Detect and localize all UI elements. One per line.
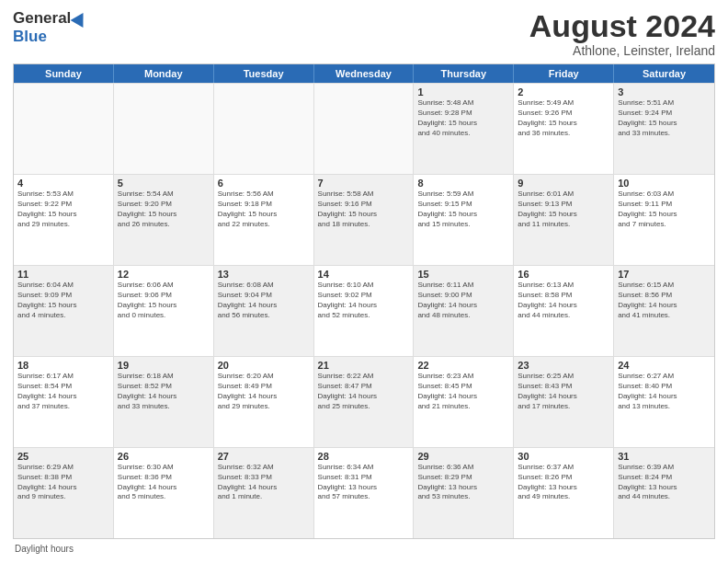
calendar-cell: 17Sunrise: 6:15 AM Sunset: 8:56 PM Dayli…	[614, 266, 714, 356]
day-number: 23	[518, 360, 609, 371]
calendar-cell	[14, 84, 114, 174]
calendar-cell: 20Sunrise: 6:20 AM Sunset: 8:49 PM Dayli…	[214, 357, 314, 447]
calendar-cell: 13Sunrise: 6:08 AM Sunset: 9:04 PM Dayli…	[214, 266, 314, 356]
main-title: August 2024	[529, 9, 715, 43]
page: General Blue August 2024 Athlone, Leinst…	[0, 0, 728, 563]
day-number: 8	[417, 178, 509, 189]
logo-general: General	[13, 9, 71, 28]
day-info: Sunrise: 5:48 AM Sunset: 9:28 PM Dayligh…	[417, 98, 509, 138]
calendar-cell: 1Sunrise: 5:48 AM Sunset: 9:28 PM Daylig…	[414, 84, 514, 174]
day-info: Sunrise: 5:53 AM Sunset: 9:22 PM Dayligh…	[17, 190, 109, 229]
day-number: 13	[218, 269, 310, 280]
subtitle: Athlone, Leinster, Ireland	[529, 43, 715, 58]
calendar-cell: 14Sunrise: 6:10 AM Sunset: 9:02 PM Dayli…	[314, 266, 415, 356]
day-info: Sunrise: 5:54 AM Sunset: 9:20 PM Dayligh…	[118, 190, 210, 229]
calendar: SundayMondayTuesdayWednesdayThursdayFrid…	[13, 63, 715, 539]
day-info: Sunrise: 6:03 AM Sunset: 9:11 PM Dayligh…	[618, 190, 711, 229]
calendar-cell: 4Sunrise: 5:53 AM Sunset: 9:22 PM Daylig…	[14, 175, 114, 265]
day-info: Sunrise: 6:30 AM Sunset: 8:36 PM Dayligh…	[118, 463, 210, 502]
calendar-header: SundayMondayTuesdayWednesdayThursdayFrid…	[14, 64, 714, 83]
calendar-cell: 19Sunrise: 6:18 AM Sunset: 8:52 PM Dayli…	[114, 357, 214, 447]
day-number: 31	[618, 451, 711, 462]
day-info: Sunrise: 6:34 AM Sunset: 8:31 PM Dayligh…	[318, 463, 410, 502]
logo: General Blue	[13, 9, 87, 46]
logo-blue: Blue	[13, 28, 47, 46]
calendar-cell	[114, 84, 214, 174]
day-info: Sunrise: 6:20 AM Sunset: 8:49 PM Dayligh…	[218, 372, 310, 411]
day-number: 19	[118, 360, 210, 371]
calendar-header-cell: Tuesday	[214, 64, 314, 83]
calendar-cell: 26Sunrise: 6:30 AM Sunset: 8:36 PM Dayli…	[114, 448, 214, 538]
day-number: 15	[417, 269, 509, 280]
calendar-cell: 24Sunrise: 6:27 AM Sunset: 8:40 PM Dayli…	[614, 357, 714, 447]
day-info: Sunrise: 6:06 AM Sunset: 9:06 PM Dayligh…	[118, 281, 210, 320]
calendar-body: 1Sunrise: 5:48 AM Sunset: 9:28 PM Daylig…	[14, 83, 714, 538]
day-number: 6	[218, 178, 310, 189]
calendar-row: 4Sunrise: 5:53 AM Sunset: 9:22 PM Daylig…	[14, 174, 714, 265]
day-number: 10	[618, 178, 711, 189]
calendar-cell: 18Sunrise: 6:17 AM Sunset: 8:54 PM Dayli…	[14, 357, 114, 447]
day-number: 12	[118, 269, 210, 280]
day-info: Sunrise: 6:10 AM Sunset: 9:02 PM Dayligh…	[318, 281, 410, 320]
day-info: Sunrise: 6:36 AM Sunset: 8:29 PM Dayligh…	[417, 463, 509, 502]
calendar-cell: 21Sunrise: 6:22 AM Sunset: 8:47 PM Dayli…	[314, 357, 415, 447]
day-info: Sunrise: 5:58 AM Sunset: 9:16 PM Dayligh…	[318, 190, 410, 229]
day-info: Sunrise: 6:13 AM Sunset: 8:58 PM Dayligh…	[518, 281, 609, 320]
day-number: 29	[417, 451, 509, 462]
logo-text: General	[13, 9, 87, 28]
day-number: 27	[218, 451, 310, 462]
day-info: Sunrise: 5:49 AM Sunset: 9:26 PM Dayligh…	[518, 98, 609, 138]
day-info: Sunrise: 6:11 AM Sunset: 9:00 PM Dayligh…	[417, 281, 509, 320]
calendar-cell: 28Sunrise: 6:34 AM Sunset: 8:31 PM Dayli…	[314, 448, 415, 538]
day-number: 30	[518, 451, 609, 462]
calendar-cell: 9Sunrise: 6:01 AM Sunset: 9:13 PM Daylig…	[514, 175, 614, 265]
day-number: 24	[618, 360, 711, 371]
day-info: Sunrise: 6:18 AM Sunset: 8:52 PM Dayligh…	[118, 372, 210, 411]
calendar-cell	[314, 84, 415, 174]
day-number: 21	[318, 360, 410, 371]
day-number: 16	[518, 269, 609, 280]
day-number: 2	[518, 86, 609, 98]
calendar-cell: 16Sunrise: 6:13 AM Sunset: 8:58 PM Dayli…	[514, 266, 614, 356]
calendar-cell: 31Sunrise: 6:39 AM Sunset: 8:24 PM Dayli…	[614, 448, 714, 538]
day-number: 18	[17, 360, 109, 371]
day-number: 5	[118, 178, 210, 189]
title-section: August 2024 Athlone, Leinster, Ireland	[529, 9, 715, 58]
calendar-header-cell: Wednesday	[314, 64, 415, 83]
calendar-header-cell: Friday	[514, 64, 614, 83]
calendar-cell: 6Sunrise: 5:56 AM Sunset: 9:18 PM Daylig…	[214, 175, 314, 265]
calendar-row: 1Sunrise: 5:48 AM Sunset: 9:28 PM Daylig…	[14, 83, 714, 174]
day-number: 9	[518, 178, 609, 189]
day-info: Sunrise: 5:56 AM Sunset: 9:18 PM Dayligh…	[218, 190, 310, 229]
calendar-row: 11Sunrise: 6:04 AM Sunset: 9:09 PM Dayli…	[14, 265, 714, 356]
calendar-header-cell: Sunday	[14, 64, 114, 83]
calendar-cell: 27Sunrise: 6:32 AM Sunset: 8:33 PM Dayli…	[214, 448, 314, 538]
day-info: Sunrise: 6:22 AM Sunset: 8:47 PM Dayligh…	[318, 372, 410, 411]
calendar-cell: 5Sunrise: 5:54 AM Sunset: 9:20 PM Daylig…	[114, 175, 214, 265]
day-number: 14	[318, 269, 410, 280]
day-info: Sunrise: 6:01 AM Sunset: 9:13 PM Dayligh…	[518, 190, 609, 229]
day-number: 1	[417, 86, 509, 98]
calendar-cell: 11Sunrise: 6:04 AM Sunset: 9:09 PM Dayli…	[14, 266, 114, 356]
calendar-cell: 7Sunrise: 5:58 AM Sunset: 9:16 PM Daylig…	[314, 175, 415, 265]
day-number: 28	[318, 451, 410, 462]
calendar-header-cell: Monday	[114, 64, 214, 83]
calendar-cell: 15Sunrise: 6:11 AM Sunset: 9:00 PM Dayli…	[414, 266, 514, 356]
day-info: Sunrise: 5:59 AM Sunset: 9:15 PM Dayligh…	[417, 190, 509, 229]
day-number: 4	[17, 178, 109, 189]
calendar-header-cell: Saturday	[614, 64, 714, 83]
day-info: Sunrise: 6:17 AM Sunset: 8:54 PM Dayligh…	[17, 372, 109, 411]
calendar-cell: 23Sunrise: 6:25 AM Sunset: 8:43 PM Dayli…	[514, 357, 614, 447]
logo-triangle-icon	[71, 9, 90, 28]
calendar-cell: 3Sunrise: 5:51 AM Sunset: 9:24 PM Daylig…	[614, 84, 714, 174]
day-info: Sunrise: 6:39 AM Sunset: 8:24 PM Dayligh…	[618, 463, 711, 502]
footer: Daylight hours	[13, 544, 715, 554]
calendar-cell: 2Sunrise: 5:49 AM Sunset: 9:26 PM Daylig…	[514, 84, 614, 174]
day-info: Sunrise: 6:27 AM Sunset: 8:40 PM Dayligh…	[618, 372, 711, 411]
day-info: Sunrise: 6:25 AM Sunset: 8:43 PM Dayligh…	[518, 372, 609, 411]
calendar-cell: 22Sunrise: 6:23 AM Sunset: 8:45 PM Dayli…	[414, 357, 514, 447]
calendar-cell: 8Sunrise: 5:59 AM Sunset: 9:15 PM Daylig…	[414, 175, 514, 265]
day-info: Sunrise: 6:04 AM Sunset: 9:09 PM Dayligh…	[17, 281, 109, 320]
day-info: Sunrise: 6:29 AM Sunset: 8:38 PM Dayligh…	[17, 463, 109, 502]
calendar-cell	[214, 84, 314, 174]
